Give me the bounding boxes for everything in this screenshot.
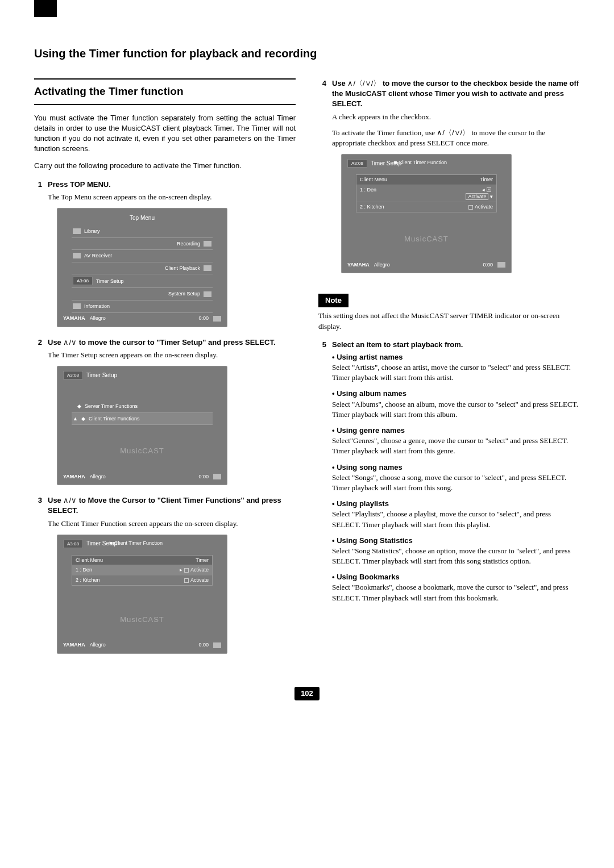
page-title: Using the Timer function for playback an… (34, 45, 580, 61)
step-number: 1 (34, 180, 42, 190)
option-genre-body: Select"Genres", choose a genre, move the… (332, 436, 580, 456)
step-heading: Use ∧/∨ to Move the Cursor to "Client Ti… (48, 495, 296, 516)
option-playlist-body: Select "Playlists", choose a playlist, m… (332, 509, 580, 529)
step-number: 4 (318, 78, 326, 110)
step-4-body-2: To activate the Timer function, use ∧/〈/… (332, 128, 580, 148)
option-bookmarks: • Using Bookmarks (332, 572, 580, 582)
up-down-icon: ∧/∨ (63, 338, 77, 347)
note-text: This setting does not affect the MusicCA… (318, 311, 580, 331)
step-1-body: The Top Menu screen appears on the on-sc… (48, 192, 296, 202)
option-genre: • Using genre names (332, 425, 580, 436)
library-icon (73, 228, 81, 234)
intro-para-1: You must activate the Timer function sep… (34, 113, 296, 155)
option-album: • Using album names (332, 389, 580, 399)
screenshot-timer-setup: A3:08Timer Setup ◆Server Timer Functions… (57, 366, 227, 485)
setup-icon (204, 291, 211, 297)
brand-watermark: MusicCAST (342, 234, 511, 244)
option-playlist: • Using playlists (332, 499, 580, 509)
option-artist-body: Select "Artists", choose an artist, move… (332, 362, 580, 383)
step-heading: Select an item to start playback from. (332, 340, 463, 350)
side-tab (34, 0, 57, 17)
section-heading: Activating the Timer function (34, 78, 296, 105)
option-song: • Using song names (332, 462, 580, 473)
option-song-body: Select "Songs", choose a song, move the … (332, 473, 580, 493)
step-3-body: The Client Timer Function screen appears… (48, 519, 296, 529)
brand-watermark: MusicCAST (57, 446, 227, 456)
step-2-body: The Timer Setup screen appears on the on… (48, 350, 296, 360)
play-icon (497, 262, 505, 268)
screenshot-client-timer-2: A3:08Timer Setup ■ Client Timer Function… (341, 154, 512, 273)
step-heading: Use ∧/〈/∨/〉 to move the cursor to the ch… (332, 78, 580, 110)
play-icon (213, 316, 221, 322)
step-heading: Press TOP MENU. (48, 180, 111, 190)
step-heading: Use ∧/∨ to move the cursor to "Timer Set… (48, 337, 276, 348)
step-number: 3 (34, 495, 42, 516)
brand-watermark: MusicCAST (57, 615, 227, 625)
screenshot-client-timer-1: A3:08Timer Setup ■ Client Timer Function… (57, 535, 227, 654)
play-icon (213, 642, 221, 648)
receiver-icon (73, 253, 81, 258)
step-1: 1 Press TOP MENU. (34, 180, 296, 190)
step-number: 2 (34, 337, 42, 348)
step-5: 5 Select an item to start playback from. (318, 340, 580, 350)
step-number: 5 (318, 340, 326, 350)
recording-icon (204, 241, 211, 247)
scr-title: Top Menu (57, 214, 227, 222)
note-label: Note (318, 294, 349, 307)
intro-para-2: Carry out the following procedure to act… (34, 161, 296, 171)
option-album-body: Select "Albums", choose an album, move t… (332, 399, 580, 420)
step-4-body: A check appears in the checkbox. (332, 112, 580, 122)
screenshot-top-menu: Top Menu Library Recording AV Receiver C… (57, 208, 227, 327)
dpad-icon: ∧/〈/∨/〉 (347, 79, 380, 87)
dpad-icon: ∧/〈/∨/〉 (437, 128, 470, 137)
left-column: Activating the Timer function You must a… (34, 78, 296, 664)
option-bookmarks-body: Select "Bookmarks", choose a bookmark, m… (332, 582, 580, 603)
option-statistics-body: Select "Song Statistics", choose an opti… (332, 546, 580, 566)
up-down-icon: ∧/∨ (63, 496, 77, 504)
playback-icon (204, 265, 211, 271)
option-artist: • Using artist names (332, 352, 580, 362)
step-4: 4 Use ∧/〈/∨/〉 to move the cursor to the … (318, 78, 580, 110)
option-statistics: • Using Song Statistics (332, 536, 580, 546)
page-number: 102 (294, 687, 320, 700)
play-icon (213, 474, 221, 479)
right-column: 4 Use ∧/〈/∨/〉 to move the cursor to the … (318, 78, 580, 664)
info-icon (73, 303, 81, 309)
step-3: 3 Use ∧/∨ to Move the Cursor to "Client … (34, 495, 296, 516)
step-2: 2 Use ∧/∨ to move the cursor to "Timer S… (34, 337, 296, 348)
